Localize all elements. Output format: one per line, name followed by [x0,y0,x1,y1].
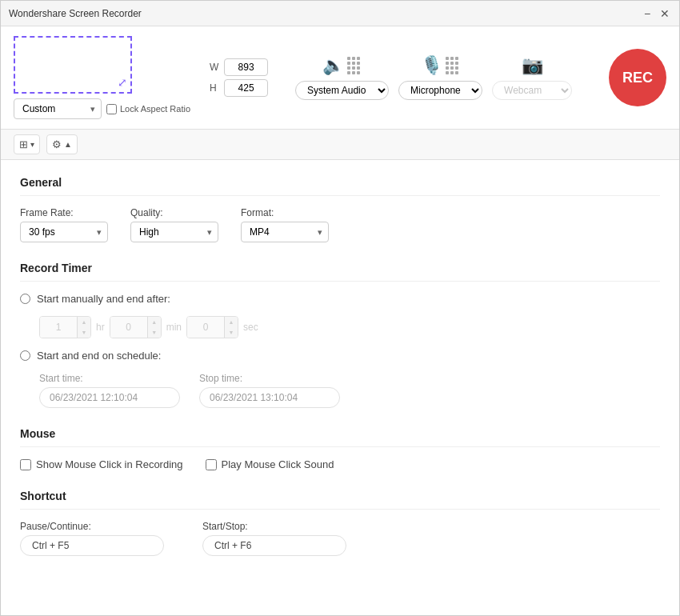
system-audio-select[interactable]: System Audio None [295,81,389,100]
shortcut-title: Shortcut [20,490,660,510]
show-click-checkbox[interactable] [20,459,31,470]
sec-down-btn[interactable]: ▼ [225,327,238,338]
play-sound-option: Play Mouse Click Sound [206,458,334,470]
microphone-select[interactable]: Microphone None Default [398,81,482,100]
hr-input-wrap: ▲ ▼ [39,316,91,338]
webcam-dropdown: Webcam None [492,81,572,100]
frame-rate-select[interactable]: 30 fps 60 fps 24 fps 15 fps [20,222,108,242]
quality-group: Quality: High Medium Low [130,207,218,242]
stop-time-label: Stop time: [199,373,340,384]
lock-aspect-checkbox[interactable] [106,104,117,114]
min-spinners: ▲ ▼ [147,317,161,338]
min-unit: min [166,322,182,333]
min-input[interactable] [110,317,147,338]
format-label: Format: [241,207,329,218]
sec-spinners: ▲ ▼ [224,317,238,338]
min-up-btn[interactable]: ▲ [148,317,161,327]
quality-wrapper: High Medium Low [130,222,218,242]
settings-chevron: ▲ [64,140,72,149]
timer-radio1[interactable] [20,294,30,304]
lock-aspect-label: Lock Aspect Ratio [106,104,190,114]
min-input-wrap: ▲ ▼ [110,316,162,338]
screen-button[interactable]: ⊞ ▾ [14,134,40,154]
shortcut-row: Pause/Continue: Start/Stop: [20,521,660,556]
microphone-grid-icon [444,55,460,76]
stop-time-field: Stop time: [199,373,340,408]
webcam-icon: 📷 [522,55,543,76]
w-label: W [210,62,221,73]
settings-btn-group: ⚙ ▲ [46,134,78,154]
mouse-title: Mouse [20,427,660,447]
format-select[interactable]: MP4 MOV AVI GIF [241,222,329,242]
microphone-item: 🎙️ Microphone None Default [398,55,482,100]
start-time-field: Start time: [39,373,180,408]
close-button[interactable]: ✕ [658,7,671,20]
main-window: Wondershare Screen Recorder − ✕ ⤢ Custom… [0,0,680,616]
hr-input[interactable] [40,317,77,338]
show-click-option: Show Mouse Click in Recording [20,458,183,470]
hr-down-btn[interactable]: ▼ [78,327,90,338]
start-stop-input[interactable] [202,535,346,556]
gear-icon: ⚙ [52,138,62,150]
hr-unit: hr [96,322,105,333]
av-controls: 🔈 System Audio None [281,55,586,100]
h-row: H [210,79,268,97]
height-input[interactable] [224,79,268,97]
quality-select[interactable]: High Medium Low [130,222,218,242]
stop-time-input[interactable] [199,387,340,408]
mouse-section: Mouse Show Mouse Click in Recording Play… [20,427,660,470]
screen-icon: ⊞ [19,138,28,150]
play-sound-label: Play Mouse Click Sound [222,458,334,470]
system-audio-icon-row: 🔈 [322,55,362,76]
size-dropdown-wrapper: Custom Full Screen 1920x1080 1280x720 [14,98,102,119]
start-stop-field: Start/Stop: [202,521,346,556]
mouse-options: Show Mouse Click in Recording Play Mouse… [20,458,660,470]
sec-input[interactable] [187,317,224,338]
speaker-icon: 🔈 [322,55,344,76]
start-time-input[interactable] [39,387,180,408]
main-content: General Frame Rate: 30 fps 60 fps 24 fps… [1,160,679,615]
webcam-select[interactable]: Webcam None [492,81,572,100]
shortcut-section: Shortcut Pause/Continue: Start/Stop: [20,490,660,556]
size-select-row: Custom Full Screen 1920x1080 1280x720 Lo… [14,98,190,119]
microphone-icon-row: 🎙️ [421,55,460,76]
window-title: Wondershare Screen Recorder [9,8,641,19]
show-click-label: Show Mouse Click in Recording [36,458,183,470]
general-section: General Frame Rate: 30 fps 60 fps 24 fps… [20,176,660,242]
title-bar: Wondershare Screen Recorder − ✕ [1,1,679,26]
timer-radio2[interactable] [20,350,30,361]
record-timer-section: Record Timer Start manually and end afte… [20,262,660,408]
screen-chevron: ▾ [30,140,34,149]
lock-aspect-text: Lock Aspect Ratio [120,104,190,114]
min-down-btn[interactable]: ▼ [148,327,161,338]
hr-up-btn[interactable]: ▲ [78,317,90,327]
general-title: General [20,176,660,196]
window-controls: − ✕ [641,7,671,20]
screen-btn-group: ⊞ ▾ [14,134,40,154]
size-select[interactable]: Custom Full Screen 1920x1080 1280x720 [14,98,102,119]
capture-preview[interactable]: ⤢ [14,36,132,94]
sec-up-btn[interactable]: ▲ [225,317,238,327]
frame-rate-label: Frame Rate: [20,207,108,218]
secondary-toolbar: ⊞ ▾ ⚙ ▲ [1,130,679,160]
minimize-button[interactable]: − [641,7,654,20]
start-time-label: Start time: [39,373,180,384]
pause-label: Pause/Continue: [20,521,164,532]
webcam-item: 📷 Webcam None [492,55,572,100]
timer-option2-label: Start and end on schedule: [37,350,161,362]
system-audio-dropdown: System Audio None [295,81,389,100]
play-sound-checkbox[interactable] [206,459,217,470]
rec-button[interactable]: REC [609,49,666,106]
pause-input[interactable] [20,535,164,556]
width-input[interactable] [224,58,268,76]
sec-unit: sec [243,322,258,333]
w-row: W [210,58,268,76]
speaker-grid-icon [346,55,362,76]
schedule-fields: Start time: Stop time: [39,373,660,408]
settings-button[interactable]: ⚙ ▲ [46,134,78,154]
timer-option1: Start manually and end after: [20,293,660,305]
wh-fields: W H [210,58,268,97]
format-wrapper: MP4 MOV AVI GIF [241,222,329,242]
top-toolbar: ⤢ Custom Full Screen 1920x1080 1280x720 … [1,26,679,130]
hr-spinners: ▲ ▼ [77,317,90,338]
